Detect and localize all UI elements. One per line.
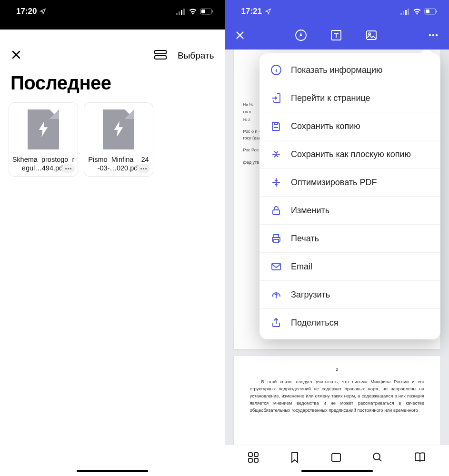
viewer-toolbar bbox=[225, 23, 449, 50]
document-area[interactable]: На № На п № 2 Рос о п «О (дал Рос тов ро… bbox=[225, 50, 449, 445]
svg-rect-7 bbox=[155, 50, 166, 54]
document-page-2: 2 В этой связи, следует учитывать, что п… bbox=[234, 356, 441, 445]
menu-label: Поделиться bbox=[291, 318, 338, 328]
close-button[interactable] bbox=[235, 30, 245, 42]
page-number: 2 bbox=[250, 367, 425, 373]
reader-button[interactable] bbox=[413, 451, 427, 466]
location-icon bbox=[40, 8, 46, 15]
svg-rect-5 bbox=[201, 10, 205, 13]
bolt-icon bbox=[113, 121, 124, 137]
svg-rect-15 bbox=[436, 10, 437, 13]
image-button[interactable] bbox=[365, 29, 378, 43]
svg-rect-24 bbox=[273, 210, 279, 215]
menu-label: Изменить bbox=[291, 206, 329, 216]
image-icon bbox=[365, 29, 378, 41]
menu-share[interactable]: Поделиться bbox=[259, 309, 440, 337]
view-toggle-button[interactable] bbox=[154, 49, 167, 62]
search-button[interactable] bbox=[371, 451, 384, 466]
bookmark-button[interactable] bbox=[289, 451, 300, 466]
text-button[interactable] bbox=[330, 29, 342, 43]
close-icon bbox=[10, 49, 22, 60]
svg-rect-11 bbox=[405, 10, 407, 15]
svg-rect-12 bbox=[408, 9, 409, 15]
bottom-toolbar bbox=[225, 445, 449, 476]
battery-icon bbox=[424, 8, 438, 15]
optimize-icon bbox=[270, 177, 282, 188]
lock-icon bbox=[270, 205, 282, 216]
print-icon bbox=[270, 233, 282, 244]
home-indicator[interactable] bbox=[77, 470, 148, 472]
screen-pdf-viewer: 17:21 На № На bbox=[225, 0, 449, 476]
outline-icon bbox=[330, 451, 342, 464]
file-card[interactable]: Skhema_prostogo_regul…494.pdf bbox=[9, 102, 78, 177]
close-button[interactable] bbox=[10, 49, 22, 63]
svg-rect-28 bbox=[254, 453, 258, 456]
svg-rect-25 bbox=[274, 239, 279, 243]
close-icon bbox=[235, 30, 245, 40]
menu-show-info[interactable]: Показать информацию bbox=[259, 56, 440, 84]
svg-rect-0 bbox=[176, 13, 178, 15]
search-icon bbox=[371, 451, 384, 464]
status-time: 17:21 bbox=[241, 7, 262, 16]
thumbnails-button[interactable] bbox=[247, 451, 259, 466]
menu-optimize[interactable]: Оптимизировать PDF bbox=[259, 169, 440, 197]
status-time: 17:20 bbox=[16, 7, 37, 16]
svg-point-19 bbox=[369, 33, 370, 35]
bookmark-icon bbox=[289, 451, 300, 464]
file-thumbnail-icon bbox=[103, 109, 134, 149]
pen-circle-icon bbox=[295, 29, 307, 41]
file-card[interactable]: Pismo_Minfina__24-03-…020.pdf bbox=[84, 102, 153, 177]
menu-label: Оптимизировать PDF bbox=[291, 178, 377, 188]
file-more-button[interactable] bbox=[137, 164, 150, 173]
signal-icon bbox=[176, 8, 186, 15]
text-box-icon bbox=[330, 29, 342, 41]
more-icon bbox=[427, 29, 439, 41]
menu-print[interactable]: Печать bbox=[259, 225, 440, 253]
screen-recent-files: 17:20 Выбрать Последнее bbox=[0, 0, 225, 476]
actions-popover: Показать информацию Перейти к странице С… bbox=[259, 53, 440, 339]
more-button[interactable] bbox=[427, 29, 439, 43]
file-more-button[interactable] bbox=[61, 164, 75, 173]
menu-upload[interactable]: Загрузить bbox=[259, 281, 440, 309]
email-icon bbox=[270, 261, 282, 272]
select-button[interactable]: Выбрать bbox=[178, 50, 214, 61]
status-bar: 17:20 bbox=[0, 0, 225, 23]
battery-icon bbox=[200, 8, 213, 15]
menu-edit[interactable]: Изменить bbox=[259, 197, 440, 225]
file-thumbnail-icon bbox=[28, 109, 59, 149]
flatten-icon bbox=[270, 149, 282, 160]
wifi-icon bbox=[189, 8, 197, 15]
save-icon bbox=[270, 120, 282, 132]
svg-rect-14 bbox=[426, 10, 429, 13]
menu-label: Печать bbox=[291, 234, 319, 244]
svg-rect-10 bbox=[403, 11, 404, 15]
book-icon bbox=[413, 451, 427, 464]
annotate-button[interactable] bbox=[295, 29, 307, 43]
svg-rect-8 bbox=[155, 56, 166, 59]
menu-goto-page[interactable]: Перейти к странице bbox=[259, 84, 440, 112]
svg-rect-18 bbox=[367, 31, 376, 40]
svg-point-32 bbox=[373, 453, 380, 460]
outline-button[interactable] bbox=[330, 451, 342, 466]
menu-label: Загрузить bbox=[291, 290, 330, 300]
svg-rect-29 bbox=[249, 458, 252, 462]
home-indicator[interactable] bbox=[301, 470, 373, 472]
menu-label: Сохранить копию bbox=[291, 121, 360, 131]
location-icon bbox=[265, 8, 271, 15]
list-view-icon bbox=[154, 49, 167, 60]
menu-label: Сохранить как плоскую копию bbox=[291, 149, 411, 159]
menu-label: Показать информацию bbox=[291, 65, 383, 75]
svg-rect-6 bbox=[212, 10, 213, 13]
menu-email[interactable]: Email bbox=[259, 253, 440, 281]
grid-icon bbox=[247, 451, 259, 464]
svg-point-22 bbox=[436, 34, 438, 36]
signal-icon bbox=[400, 8, 410, 15]
menu-save-copy[interactable]: Сохранить копию bbox=[259, 112, 440, 140]
menu-save-flat[interactable]: Сохранить как плоскую копию bbox=[259, 140, 440, 169]
status-bar: 17:21 bbox=[225, 0, 449, 23]
svg-rect-26 bbox=[272, 263, 280, 270]
bolt-icon bbox=[38, 121, 49, 137]
recent-body: Выбрать Последнее Skhema_prostogo_regul…… bbox=[0, 34, 225, 476]
info-icon bbox=[270, 64, 282, 76]
svg-rect-3 bbox=[183, 9, 185, 15]
